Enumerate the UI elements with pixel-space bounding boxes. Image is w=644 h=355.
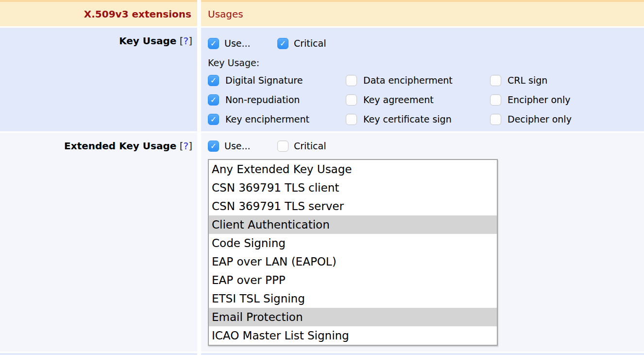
list-option[interactable]: CSN 369791 TLS server bbox=[209, 197, 497, 215]
use-checkbox-label: Use... bbox=[224, 141, 251, 151]
checkbox-label: Key certificate sign bbox=[363, 114, 452, 124]
key-usage-option[interactable]: Data encipherment bbox=[346, 71, 490, 90]
key-usage-toggle-row: ✓ Use... ✓ Critical bbox=[208, 37, 644, 49]
key-usage-help-link[interactable]: ? bbox=[184, 35, 189, 47]
checkbox-icon[interactable] bbox=[490, 114, 501, 125]
key-usage-use-toggle[interactable]: ✓ Use... bbox=[208, 38, 277, 49]
list-option[interactable]: Code Signing bbox=[209, 234, 497, 252]
checkbox-icon[interactable]: ✓ bbox=[208, 75, 219, 86]
key-usage-option[interactable]: ✓Digital Signature bbox=[208, 71, 346, 90]
critical-checkbox-icon[interactable]: ✓ bbox=[277, 38, 288, 49]
key-usage-option[interactable]: Key agreement bbox=[346, 90, 490, 109]
critical-checkbox-label: Critical bbox=[294, 38, 326, 49]
list-option[interactable]: Client Authentication bbox=[209, 215, 497, 234]
help-bracket-open: [ bbox=[180, 35, 184, 47]
section-header-row: X.509v3 extensions Usages bbox=[0, 2, 644, 26]
help-bracket-close: ] bbox=[188, 140, 192, 152]
key-usage-options: ✓Digital SignatureData enciphermentCRL s… bbox=[208, 71, 644, 129]
checkbox-icon[interactable]: ✓ bbox=[208, 114, 219, 125]
extended-key-usage-toggle-row: ✓ Use... Critical bbox=[208, 140, 644, 152]
list-option[interactable]: Any Extended Key Usage bbox=[209, 160, 497, 178]
checkbox-label: Digital Signature bbox=[225, 75, 303, 86]
key-usage-option[interactable]: Key certificate sign bbox=[346, 109, 490, 129]
key-usage-label-cell: Key Usage [?] bbox=[0, 28, 197, 131]
list-option[interactable]: EAP over PPP bbox=[209, 271, 497, 289]
list-option[interactable]: CSN 369791 TLS client bbox=[209, 178, 497, 197]
checkbox-icon[interactable] bbox=[346, 114, 357, 125]
use-checkbox-icon[interactable]: ✓ bbox=[208, 38, 219, 49]
key-usage-option[interactable]: Encipher only bbox=[490, 90, 644, 109]
list-option[interactable]: Email Protection bbox=[209, 308, 497, 326]
help-bracket-close: ] bbox=[188, 35, 192, 47]
x509-extensions-form: X.509v3 extensions Usages Key Usage [?] … bbox=[0, 0, 644, 355]
critical-checkbox-icon[interactable] bbox=[277, 141, 288, 152]
checkbox-label: Encipher only bbox=[508, 94, 571, 105]
key-usage-option[interactable]: Decipher only bbox=[490, 109, 644, 129]
key-usage-row: Key Usage [?] ✓ Use... ✓ Critical Key Us… bbox=[0, 28, 644, 131]
checkbox-icon[interactable] bbox=[346, 75, 357, 86]
extended-key-usage-label: Extended Key Usage bbox=[64, 140, 176, 152]
list-option[interactable]: EAP over LAN (EAPOL) bbox=[209, 252, 497, 271]
bottom-row-fragment bbox=[0, 353, 644, 355]
extended-key-usage-label-cell: Extended Key Usage [?] bbox=[0, 133, 197, 352]
key-usage-option[interactable]: ✓Key encipherment bbox=[208, 109, 346, 129]
use-checkbox-icon[interactable]: ✓ bbox=[208, 141, 219, 152]
checkbox-icon[interactable] bbox=[346, 94, 357, 106]
checkbox-label: Non-repudiation bbox=[225, 94, 300, 105]
bottom-row-fragment-right bbox=[201, 353, 644, 355]
extended-key-usage-use-toggle[interactable]: ✓ Use... bbox=[208, 141, 277, 152]
help-bracket-open: [ bbox=[180, 140, 184, 152]
section-title: X.509v3 extensions bbox=[0, 2, 197, 26]
checkbox-label: Decipher only bbox=[508, 114, 572, 124]
checkbox-label: CRL sign bbox=[508, 75, 547, 86]
checkbox-label: Key agreement bbox=[363, 94, 434, 105]
key-usage-option[interactable]: CRL sign bbox=[490, 71, 644, 90]
key-usage-group-label: Key Usage: bbox=[208, 57, 644, 69]
checkbox-label: Data encipherment bbox=[363, 75, 453, 86]
key-usage-option[interactable]: ✓Non-repudiation bbox=[208, 90, 346, 109]
usages-column-title: Usages bbox=[201, 2, 644, 26]
list-option[interactable]: ICAO Master List Signing bbox=[209, 326, 497, 345]
key-usage-content-cell: ✓ Use... ✓ Critical Key Usage: ✓Digital … bbox=[201, 28, 644, 131]
list-option[interactable]: ETSI TSL Signing bbox=[209, 289, 497, 308]
extended-key-usage-content-cell: ✓ Use... Critical Any Extended Key Usage… bbox=[201, 133, 644, 352]
extended-key-usage-listbox[interactable]: Any Extended Key UsageCSN 369791 TLS cli… bbox=[208, 159, 498, 346]
use-checkbox-label: Use... bbox=[224, 38, 251, 49]
critical-checkbox-label: Critical bbox=[294, 141, 326, 151]
checkbox-icon[interactable] bbox=[490, 94, 501, 106]
key-usage-critical-toggle[interactable]: ✓ Critical bbox=[277, 38, 326, 49]
checkbox-icon[interactable] bbox=[490, 75, 501, 86]
bottom-row-fragment-left bbox=[0, 353, 197, 355]
key-usage-label: Key Usage bbox=[119, 35, 176, 47]
extended-key-usage-row: Extended Key Usage [?] ✓ Use... Critical… bbox=[0, 133, 644, 352]
extended-key-usage-critical-toggle[interactable]: Critical bbox=[277, 141, 326, 152]
checkbox-icon[interactable]: ✓ bbox=[208, 94, 219, 106]
extended-key-usage-help-link[interactable]: ? bbox=[184, 140, 189, 152]
checkbox-label: Key encipherment bbox=[225, 114, 309, 124]
